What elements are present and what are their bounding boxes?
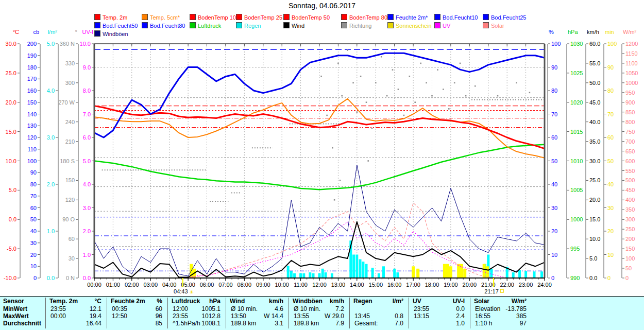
table-row-label: Durchschnitt bbox=[3, 320, 41, 327]
legend-row: Temp. 2mTemp. 5cm*BodenTemp 10BodenTemp … bbox=[94, 14, 640, 22]
richtung-point bbox=[409, 76, 411, 77]
axis-tick-label: 15.0 bbox=[589, 216, 600, 222]
sunshine-bar bbox=[416, 269, 419, 278]
rain-bar bbox=[309, 272, 311, 278]
axis-tick-label: 700 bbox=[625, 138, 635, 145]
axis-tick-label: 15.0 bbox=[6, 129, 16, 135]
table-col-unit: W/m² bbox=[470, 298, 527, 305]
richtung-point bbox=[340, 180, 341, 181]
legend-swatch-icon bbox=[341, 14, 347, 20]
axis-tick-label: 90 O bbox=[62, 216, 75, 222]
table-cell-value: W 29.0 bbox=[289, 313, 344, 320]
axis-tick-label: 10.0 bbox=[589, 236, 600, 242]
x-tick-label: 06:00 bbox=[200, 282, 214, 288]
axis-tick-label: 6.0 bbox=[83, 134, 91, 141]
axis-tick-label: 0 bbox=[551, 275, 554, 281]
axis-tick-label: -5.0 bbox=[7, 246, 16, 252]
axis-tick-label: 600 bbox=[625, 158, 635, 164]
axis-tick-label: 100 bbox=[27, 158, 37, 164]
rain-bar bbox=[290, 271, 293, 278]
rain-bar bbox=[362, 262, 364, 278]
legend-item-temp-5cm-: Temp. 5cm* bbox=[142, 14, 180, 21]
richtung-point bbox=[431, 95, 433, 97]
richtung-point bbox=[320, 76, 322, 77]
x-tick-label: 23:00 bbox=[519, 282, 533, 288]
table-cell-value: 0.0 bbox=[409, 306, 465, 312]
legend-label: Solar bbox=[491, 23, 504, 29]
rain-bar bbox=[293, 273, 296, 278]
legend-swatch-icon bbox=[483, 14, 489, 20]
axis-tick-label: 5.0 bbox=[47, 41, 55, 47]
legend-swatch-icon bbox=[94, 22, 100, 28]
rain-bar bbox=[378, 273, 380, 278]
table-cell-value: 85 bbox=[107, 320, 162, 327]
richtung-point bbox=[347, 49, 348, 51]
axis-tick-label: 20.0 bbox=[6, 99, 16, 106]
axis-tick-label: 360 N bbox=[60, 41, 75, 47]
sunshine-bar bbox=[412, 266, 415, 278]
axis-tick-label: 0 bbox=[607, 275, 611, 281]
table-cell-value: 97 bbox=[470, 320, 527, 327]
richtung-point bbox=[454, 82, 455, 84]
legend-item-bod-feucht25: Bod.Feucht25 bbox=[483, 14, 527, 21]
table-cell-value: 7.2 bbox=[289, 306, 344, 312]
rain-bar bbox=[371, 268, 374, 278]
richtung-point bbox=[366, 101, 367, 103]
richtung-point bbox=[357, 111, 358, 113]
legend-swatch-icon bbox=[434, 14, 440, 20]
richtung-point bbox=[420, 63, 421, 64]
richtung-point bbox=[465, 95, 467, 97]
axis-tick-label: 1020 bbox=[570, 99, 583, 106]
axis-unit-cb: cb bbox=[33, 29, 39, 35]
axis-tick-label: 60 bbox=[551, 134, 557, 141]
table-col-unit: hPa bbox=[167, 298, 221, 305]
richtung-point bbox=[334, 199, 335, 201]
richtung-point bbox=[398, 89, 399, 90]
axis-tick-label: 0.0 bbox=[9, 216, 16, 222]
axis-tick-label: 180 S bbox=[60, 158, 75, 164]
rain-bar bbox=[512, 272, 515, 278]
axis-tick-label: 850 bbox=[625, 109, 635, 115]
legend-swatch-icon bbox=[283, 14, 290, 20]
x-tick-label: 15:00 bbox=[369, 282, 383, 288]
legend-item-regen: Regen bbox=[236, 22, 261, 29]
axis-tick-label: 60 bbox=[69, 236, 75, 242]
table-cell-value: 12.1 bbox=[45, 306, 101, 312]
rain-bar bbox=[299, 273, 302, 278]
richtung-point bbox=[360, 76, 362, 77]
axis-tick-label: 50.0 bbox=[589, 80, 600, 86]
legend-swatch-icon bbox=[142, 22, 148, 28]
table-col-unit: °C bbox=[45, 298, 101, 305]
rain-bar bbox=[393, 269, 396, 278]
axis-tick-label: 20 bbox=[551, 228, 557, 234]
table-cell-value: 1005.1 bbox=[167, 306, 221, 312]
axis-tick-label: 250 bbox=[625, 226, 635, 232]
x-tick-label: 24:00 bbox=[537, 282, 552, 288]
axis-tick-label: 130 bbox=[27, 123, 37, 129]
table-cell-value: 60 bbox=[107, 306, 162, 312]
axis-tick-label: 10 bbox=[30, 263, 37, 269]
axis-tick-label: 5.0 bbox=[9, 187, 16, 193]
richtung-point bbox=[341, 95, 343, 97]
axis-tick-label: 330 bbox=[65, 60, 75, 66]
axis-tick-label: 80 bbox=[607, 88, 614, 94]
axis-tick-label: 20 bbox=[30, 252, 37, 258]
legend-label: BodenTemp 25 bbox=[244, 14, 282, 21]
table-col-unit: l/m² bbox=[349, 298, 403, 305]
richtung-point bbox=[460, 63, 461, 64]
rain-bar bbox=[533, 271, 536, 278]
axis-tick-label: 1.0 bbox=[47, 228, 55, 234]
axis-tick-label: 300 bbox=[65, 80, 75, 86]
axis-tick-label: 1200 bbox=[625, 41, 638, 47]
axis-tick-label: 995 bbox=[570, 246, 580, 252]
axis-tick-label: 80 bbox=[551, 88, 557, 94]
x-tick-label: 11:00 bbox=[294, 282, 308, 288]
axis-tick-label: 1005 bbox=[570, 187, 583, 193]
legend-item-temp-2m: Temp. 2m bbox=[94, 14, 127, 21]
x-tick-label: 16:00 bbox=[387, 282, 402, 288]
axis-tick-label: 60.0 bbox=[589, 41, 600, 47]
axis-tick-label: 30 bbox=[551, 205, 557, 211]
richtung-point bbox=[367, 160, 369, 162]
rain-bar bbox=[524, 271, 527, 278]
legend-swatch-icon bbox=[190, 14, 196, 20]
